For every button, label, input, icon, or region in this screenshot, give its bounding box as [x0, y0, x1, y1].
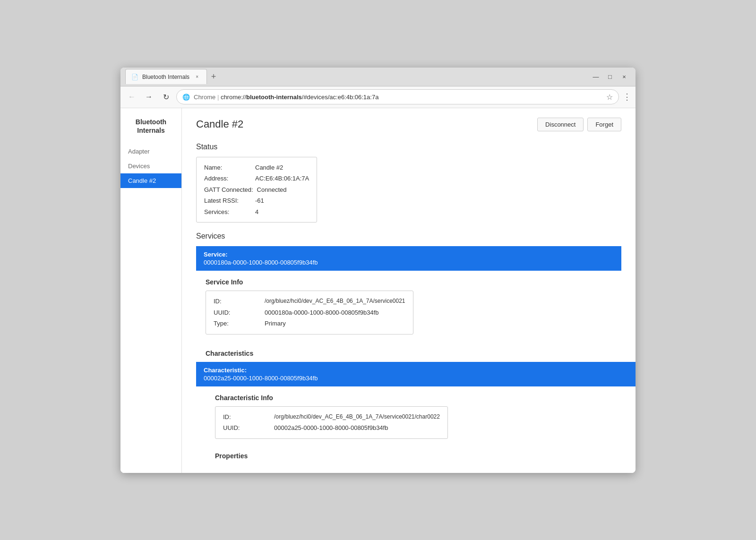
characteristic-bar[interactable]: Characteristic: 00002a25-0000-1000-8000-…: [196, 362, 636, 386]
characteristic-id-row: ID: /org/bluez/hci0/dev_AC_E6_4B_06_1A_7…: [223, 412, 440, 422]
service-type-row: Type: Primary: [214, 319, 405, 328]
url-divider: |: [217, 94, 221, 101]
status-info-box: Name: Candle #2 Address: AC:E6:4B:06:1A:…: [196, 157, 317, 223]
service-uuid-label: UUID:: [214, 308, 261, 317]
browser-content: Bluetooth Internals Adapter Devices Cand…: [120, 108, 636, 473]
service-type-label: Type:: [214, 319, 261, 328]
gatt-label: GATT Connected:: [204, 185, 253, 195]
name-value: Candle #2: [255, 163, 283, 172]
sidebar-title: Bluetooth Internals: [120, 118, 181, 144]
status-name-row: Name: Candle #2: [204, 163, 309, 172]
url-host: bluetooth-internals: [246, 94, 302, 101]
reload-button[interactable]: ↻: [159, 90, 172, 103]
characteristics-section-title: Characteristics: [206, 350, 621, 357]
main-panel: Candle #2 Disconnect Forget Status Name:…: [182, 108, 636, 473]
maximize-button[interactable]: □: [603, 70, 617, 83]
back-button[interactable]: ←: [125, 90, 138, 103]
characteristic-id-value: /org/bluez/hci0/dev_AC_E6_4B_06_1A_7A/se…: [274, 412, 440, 422]
browser-menu-icon[interactable]: ⋮: [623, 92, 631, 102]
new-tab-button[interactable]: +: [207, 70, 220, 83]
service-uuid-row: UUID: 0000180a-0000-1000-8000-00805f9b34…: [214, 308, 405, 317]
service-type-value: Primary: [265, 319, 286, 328]
service-uuid-value: 0000180a-0000-1000-8000-00805f9b34fb: [265, 308, 378, 317]
tab-title: Bluetooth Internals: [142, 74, 189, 80]
address-label: Address:: [204, 174, 251, 183]
address-bar: ← → ↻ 🌐 Chrome | chrome://bluetooth-inte…: [120, 86, 636, 108]
url-protocol: chrome://: [221, 94, 246, 101]
browser-window: 📄 Bluetooth Internals × + — □ × ← → ↻ 🌐 …: [120, 68, 636, 473]
forget-button[interactable]: Forget: [587, 118, 621, 131]
sidebar-item-adapter[interactable]: Adapter: [120, 144, 181, 159]
service-info-box: ID: /org/bluez/hci0/dev_AC_E6_4B_06_1A_7…: [206, 291, 413, 334]
status-section: Status Name: Candle #2 Address: AC:E6:4B…: [196, 143, 621, 232]
status-section-title: Status: [196, 143, 621, 151]
sidebar: Bluetooth Internals Adapter Devices Cand…: [120, 108, 182, 473]
rssi-value: -61: [255, 196, 264, 206]
tab-icon: 📄: [131, 74, 138, 80]
page-header: Candle #2 Disconnect Forget: [196, 118, 621, 131]
services-count-label: Services:: [204, 207, 251, 217]
status-gatt-row: GATT Connected: Connected: [204, 185, 309, 195]
service-id-row: ID: /org/bluez/hci0/dev_AC_E6_4B_06_1A_7…: [214, 297, 405, 306]
browser-tab[interactable]: 📄 Bluetooth Internals ×: [125, 69, 207, 84]
title-bar: 📄 Bluetooth Internals × + — □ ×: [120, 68, 636, 86]
characteristic-uuid-row: UUID: 00002a25-0000-1000-8000-00805f9b34…: [223, 423, 440, 433]
secure-icon: 🌐: [182, 94, 190, 101]
characteristic-bar-label: Characteristic:: [204, 367, 628, 374]
page-title: Candle #2: [196, 118, 243, 130]
sidebar-item-candle2[interactable]: Candle #2: [120, 173, 181, 188]
service-bar-label: Service:: [204, 251, 614, 258]
service-bar[interactable]: Service: 0000180a-0000-1000-8000-00805f9…: [196, 246, 621, 271]
characteristic-uuid-value: 00002a25-0000-1000-8000-00805f9b34fb: [274, 423, 388, 433]
status-services-row: Services: 4: [204, 207, 309, 217]
characteristic-details: Characteristic Info ID: /org/bluez/hci0/…: [206, 394, 621, 460]
close-button[interactable]: ×: [618, 70, 631, 83]
characteristic-id-label: ID:: [223, 412, 270, 422]
status-rssi-row: Latest RSSI: -61: [204, 196, 309, 206]
name-label: Name:: [204, 163, 251, 172]
services-section-title: Services: [196, 232, 621, 240]
window-controls: — □ ×: [589, 70, 631, 83]
service-details: Service Info ID: /org/bluez/hci0/dev_AC_…: [196, 278, 621, 460]
characteristic-info-box: ID: /org/bluez/hci0/dev_AC_E6_4B_06_1A_7…: [215, 406, 448, 439]
characteristic-info-title: Characteristic Info: [215, 394, 621, 402]
bookmark-star-icon[interactable]: ☆: [606, 93, 613, 102]
properties-section-title: Properties: [215, 452, 621, 460]
service-info-title: Service Info: [206, 278, 621, 286]
tab-close-button[interactable]: ×: [193, 73, 201, 81]
url-path: /#devices/ac:e6:4b:06:1a:7a: [302, 94, 379, 101]
address-value: AC:E6:4B:06:1A:7A: [255, 174, 309, 183]
status-address-row: Address: AC:E6:4B:06:1A:7A: [204, 174, 309, 183]
service-bar-uuid: 0000180a-0000-1000-8000-00805f9b34fb: [204, 259, 614, 266]
services-section: Services Service: 0000180a-0000-1000-800…: [196, 232, 621, 460]
service-id-label: ID:: [214, 297, 261, 306]
gatt-value: Connected: [257, 185, 287, 195]
url-browser-label: Chrome: [194, 94, 215, 101]
disconnect-button[interactable]: Disconnect: [537, 118, 584, 131]
rssi-label: Latest RSSI:: [204, 196, 251, 206]
characteristic-bar-uuid: 00002a25-0000-1000-8000-00805f9b34fb: [204, 375, 628, 382]
characteristic-uuid-label: UUID:: [223, 423, 270, 433]
service-id-value: /org/bluez/hci0/dev_AC_E6_4B_06_1A_7A/se…: [265, 297, 405, 306]
sidebar-item-devices[interactable]: Devices: [120, 159, 181, 173]
header-buttons: Disconnect Forget: [537, 118, 621, 131]
url-bar[interactable]: 🌐 Chrome | chrome://bluetooth-internals/…: [176, 89, 619, 104]
url-text: Chrome | chrome://bluetooth-internals/#d…: [194, 94, 602, 101]
minimize-button[interactable]: —: [589, 70, 602, 83]
services-count-value: 4: [255, 207, 258, 217]
forward-button[interactable]: →: [142, 90, 155, 103]
